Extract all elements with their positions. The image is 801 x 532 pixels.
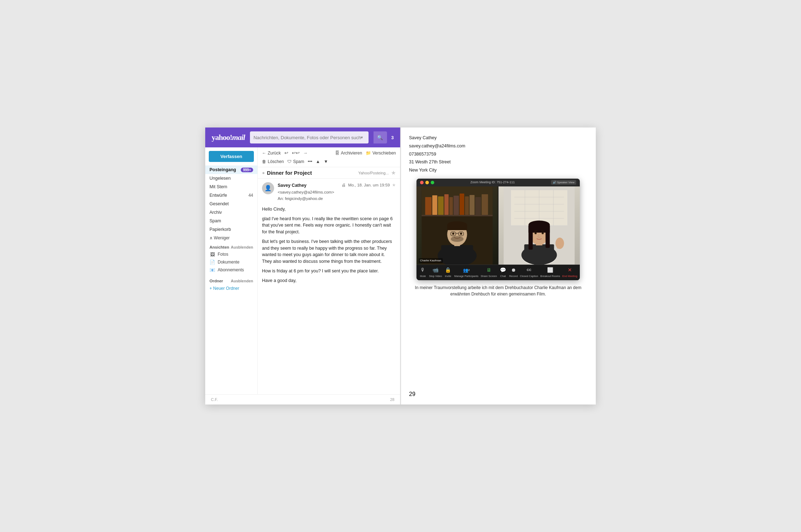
scroll-up-icon[interactable]: ▲ bbox=[316, 159, 320, 164]
svg-point-23 bbox=[452, 233, 454, 235]
zoom-mute-button[interactable]: 🎙 Mute bbox=[419, 267, 427, 278]
sidebar: Verfassen Posteingang 999+ Ungelesen Mit… bbox=[205, 147, 258, 394]
spam-icon: 🛡 bbox=[287, 159, 291, 164]
page-initial: C.F. bbox=[211, 397, 218, 402]
zoom-share-screen-button[interactable]: 🖥 Share Screen bbox=[481, 267, 497, 278]
sidebar-item-ungelesen[interactable]: Ungelesen bbox=[205, 174, 257, 183]
ordner-toggle[interactable]: Ausblenden bbox=[231, 279, 253, 283]
sidebar-item-fotos[interactable]: 🖼 Fotos bbox=[205, 250, 257, 258]
mail-toolbar: ← Zurück ↩ ↩↩ → 🗄 Archivieren 📁 Verschie… bbox=[258, 147, 400, 167]
sidebar-item-archiv[interactable]: Archiv bbox=[205, 208, 257, 217]
weniger-button[interactable]: ∧ Weniger bbox=[205, 234, 257, 242]
mail-layout: Verfassen Posteingang 999+ Ungelesen Mit… bbox=[205, 147, 400, 394]
mail-content-right: Savey Cathey savey.cathey@a24films.com 0… bbox=[409, 135, 587, 389]
zoom-record-button[interactable]: ⏺ Record bbox=[509, 267, 518, 278]
reply-icon[interactable]: ↩ bbox=[284, 150, 288, 156]
sender-to: An: feigicindy@yahoo.de bbox=[278, 196, 338, 202]
signature-email: savey.cathey@a24films.com bbox=[409, 143, 587, 150]
sender-name: Savey Cathey bbox=[278, 183, 306, 188]
compose-button[interactable]: Verfassen bbox=[209, 151, 254, 162]
trash-icon: 🗑 bbox=[262, 159, 266, 164]
back-arrow-icon: ← bbox=[262, 151, 266, 156]
sender-row: 👤 Savey Cathey <savey.cathey@a24films.co… bbox=[262, 182, 396, 202]
window-minimize-icon[interactable] bbox=[425, 181, 429, 184]
documents-icon: 📄 bbox=[209, 260, 215, 265]
zoom-invite-button[interactable]: 🔒 Invite bbox=[444, 267, 452, 278]
delete-button[interactable]: 🗑 Löschen bbox=[262, 159, 284, 164]
svg-rect-9 bbox=[465, 196, 469, 215]
archive-icon: 🗄 bbox=[335, 151, 339, 156]
zoom-window: Zoom Meeting ID: 751-274-111 🔊 Speaker V… bbox=[416, 179, 580, 280]
avatar: 👤 bbox=[262, 182, 274, 194]
search-input[interactable] bbox=[254, 135, 361, 140]
person-icon: 👤 bbox=[265, 184, 272, 192]
signature-city: New York City bbox=[409, 167, 587, 174]
record-label: Record bbox=[509, 274, 518, 278]
mute-icon: 🎙 bbox=[419, 267, 427, 273]
end-label: End Meeting bbox=[562, 274, 577, 278]
sidebar-item-papierkorb[interactable]: Papierkorb bbox=[205, 225, 257, 234]
breakout-icon: ⬜ bbox=[546, 267, 554, 273]
svg-line-47 bbox=[534, 231, 538, 231]
speaker-view-button[interactable]: 🔊 Speaker View bbox=[551, 180, 576, 185]
sidebar-item-gesendet[interactable]: Gesendet bbox=[205, 200, 257, 208]
zoom-end-button[interactable]: ✕ End Meeting bbox=[562, 267, 577, 278]
print-icon[interactable]: 🖨 bbox=[342, 182, 346, 188]
zoom-participants-button[interactable]: 👥2 Manage Participants bbox=[454, 267, 478, 278]
sidebar-item-stern[interactable]: Mit Stern bbox=[205, 183, 257, 191]
archive-button[interactable]: 🗄 Archivieren bbox=[335, 151, 362, 156]
zoom-chat-button[interactable]: 💬 Chat bbox=[499, 267, 507, 278]
search-icon: 🔍 bbox=[377, 135, 383, 140]
svg-point-25 bbox=[451, 236, 464, 242]
zoom-caption: In meiner Traumvorstellung arbeite ich m… bbox=[409, 284, 587, 297]
svg-point-46 bbox=[542, 232, 544, 234]
back-button[interactable]: ← Zurück bbox=[262, 151, 281, 156]
window-close-icon[interactable] bbox=[420, 181, 424, 184]
scroll-down-icon[interactable]: ▼ bbox=[324, 159, 328, 164]
svg-rect-44 bbox=[529, 226, 550, 233]
mail-main: ← Zurück ↩ ↩↩ → 🗄 Archivieren 📁 Verschie… bbox=[258, 147, 400, 394]
window-maximize-icon[interactable] bbox=[431, 181, 434, 184]
sidebar-item-dokumente[interactable]: 📄 Dokumente bbox=[205, 258, 257, 266]
zoom-caption-button[interactable]: CC Closed Caption bbox=[520, 267, 538, 278]
zoom-participant-left: Charlie Kaufman bbox=[416, 186, 498, 265]
search-button[interactable]: 🔍 bbox=[374, 131, 387, 143]
svg-rect-3 bbox=[432, 195, 437, 215]
mail-subject: ● Dinner for Project bbox=[262, 170, 312, 176]
spam-button[interactable]: 🛡 Spam bbox=[287, 159, 304, 164]
sender-details: Savey Cathey <savey.cathey@a24films.com>… bbox=[278, 182, 338, 202]
subscriptions-icon: 📧 bbox=[209, 267, 215, 272]
move-icon: 📁 bbox=[366, 151, 371, 156]
chevron-down-icon: ▾ bbox=[361, 135, 363, 140]
move-button[interactable]: 📁 Verschieben bbox=[366, 151, 396, 156]
ansichten-toggle[interactable]: Ausblenden bbox=[231, 245, 253, 249]
forward-icon[interactable]: → bbox=[303, 151, 308, 156]
participant-left-svg bbox=[416, 186, 498, 265]
svg-rect-5 bbox=[445, 194, 449, 215]
sidebar-item-posteingang[interactable]: Posteingang 999+ bbox=[205, 165, 257, 174]
dot-icon: ● bbox=[262, 170, 265, 175]
zoom-window-controls bbox=[420, 181, 434, 184]
zoom-stop-video-button[interactable]: 📹 Stop Video bbox=[429, 267, 442, 278]
zoom-titlebar: Zoom Meeting ID: 751-274-111 🔊 Speaker V… bbox=[416, 179, 580, 186]
sidebar-item-spam[interactable]: Spam bbox=[205, 217, 257, 225]
sidebar-item-entwurfe[interactable]: Entwürfe 44 bbox=[205, 191, 257, 200]
stop-video-label: Stop Video bbox=[429, 274, 442, 278]
more-button[interactable]: ••• bbox=[308, 159, 312, 164]
notification-badge: 3 bbox=[391, 135, 394, 140]
star-icon[interactable]: ★ bbox=[391, 169, 396, 176]
zoom-participant-right bbox=[498, 186, 580, 265]
participants-icon: 👥2 bbox=[462, 267, 470, 273]
search-bar[interactable]: ▾ bbox=[250, 131, 369, 143]
share-screen-label: Share Screen bbox=[481, 274, 497, 278]
svg-point-24 bbox=[460, 233, 462, 235]
svg-rect-13 bbox=[422, 215, 493, 216]
more-icon: ••• bbox=[308, 159, 312, 164]
zoom-breakout-button[interactable]: ⬜ Breakout Rooms bbox=[540, 267, 560, 278]
sidebar-item-abonnements[interactable]: 📧 Abonnements bbox=[205, 266, 257, 274]
new-folder-button[interactable]: + Neuer Ordner bbox=[205, 284, 257, 293]
reply-star-icon[interactable]: ★ bbox=[392, 182, 396, 188]
signature-name: Savey Cathey bbox=[409, 135, 587, 141]
reply-all-icon[interactable]: ↩↩ bbox=[292, 150, 300, 156]
folder-path: Yahoo/Posteing... bbox=[358, 171, 389, 175]
